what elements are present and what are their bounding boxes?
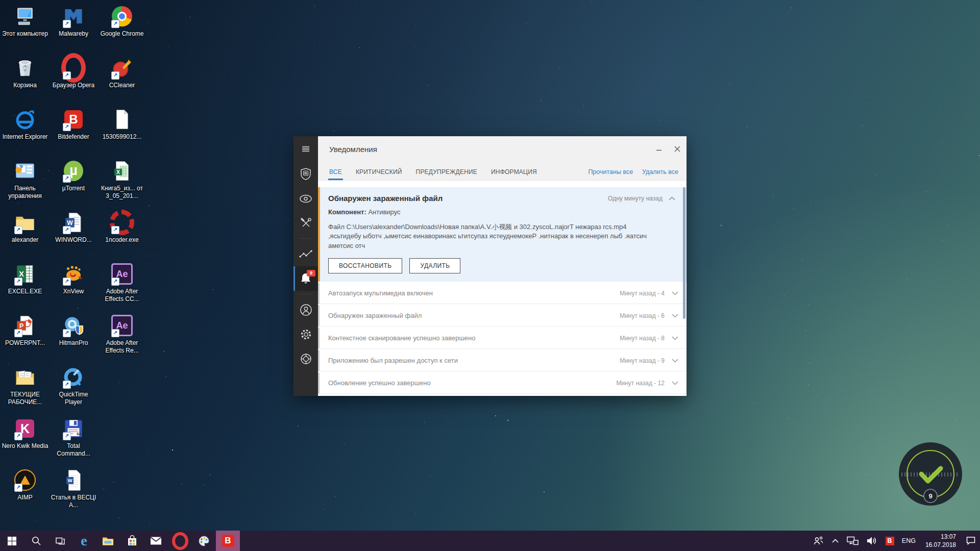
- desktop-icon-folder-docs[interactable]: ТЕКУЩИЕ РАБОЧИЕ...: [1, 365, 49, 406]
- desktop-icon-label: WINWORD...: [50, 236, 97, 244]
- window-titlebar[interactable]: Уведомления: [318, 136, 687, 162]
- notifications-list: Обнаружен зараженный файл Одну минуту на…: [318, 180, 687, 396]
- desktop-icon-ccleaner[interactable]: ↗CCleaner: [98, 56, 146, 89]
- sidebar-item-menu[interactable]: [293, 136, 318, 162]
- desktop-icon-gear-red[interactable]: ↗1ncoder.exe: [98, 210, 146, 244]
- start-button[interactable]: [0, 531, 24, 551]
- notification-expanded[interactable]: Обнаружен зараженный файл Одну минуту на…: [318, 187, 687, 282]
- desktop-icon-label: Статья в ВЕСЦІ А...: [50, 494, 97, 509]
- chevron-up-icon[interactable]: [669, 196, 675, 201]
- desktop-icon-aimp[interactable]: ↗AIMP: [1, 468, 49, 502]
- desktop-icon-label: POWERPNT...: [1, 339, 49, 347]
- taskbar-app-bitdefender[interactable]: B: [216, 531, 240, 551]
- bitdefender-widget[interactable]: 9: [897, 442, 964, 508]
- taskbar-app-mail[interactable]: [144, 531, 168, 551]
- notification-row[interactable]: Обнаружен зараженный файлМинут назад - 6: [318, 305, 687, 327]
- desktop-icon-totalcmd[interactable]: 64↗Total Command...: [50, 416, 97, 458]
- chevron-down-icon[interactable]: [672, 314, 678, 318]
- tools-icon: [300, 217, 312, 229]
- taskbar-app-search[interactable]: [24, 531, 48, 551]
- tab-критический[interactable]: КРИТИЧЕСКИЙ: [356, 168, 402, 180]
- desktop-icon-opera[interactable]: ↗Браузер Opera: [50, 56, 97, 89]
- tab-информация[interactable]: ИНФОРМАЦИЯ: [491, 168, 537, 180]
- taskbar-app-task-view[interactable]: [48, 531, 72, 551]
- sidebar-item-account[interactable]: [293, 297, 318, 322]
- delete-button[interactable]: УДАЛИТЬ: [409, 258, 460, 273]
- chevron-down-icon[interactable]: [672, 291, 678, 295]
- desktop-icon-after-effects[interactable]: Ae↗Adobe After Effects Re...: [98, 313, 146, 355]
- close-button[interactable]: [668, 136, 687, 162]
- action-center-button[interactable]: [966, 536, 976, 545]
- notification-row[interactable]: Контекстное сканирование успешно заверше…: [318, 328, 687, 349]
- sidebar-item-eye[interactable]: [293, 186, 318, 211]
- desktop-icon-label: Nero Kwik Media: [1, 442, 49, 450]
- desktop-icon-after-effects[interactable]: Ae↗Adobe After Effects CC...: [98, 262, 146, 303]
- minimize-button[interactable]: [650, 136, 668, 162]
- clock[interactable]: 13:07 16.07.2018: [925, 533, 956, 549]
- tray-bitdefender-tray[interactable]: B.: [886, 537, 894, 545]
- desktop-icon-ie[interactable]: Internet Explorer: [1, 107, 49, 141]
- desktop-icon-label: Корзина: [1, 82, 49, 89]
- sidebar-item-bell[interactable]: 9: [293, 266, 318, 291]
- scrollbar-thumb[interactable]: [683, 187, 685, 319]
- notification-row-time: Минут назад - 8: [620, 335, 665, 342]
- notification-row[interactable]: Автозапуск мультимедиа включенМинут наза…: [318, 283, 687, 304]
- desktop-icon-label: Total Command...: [50, 442, 97, 458]
- taskbar-app-paint[interactable]: [192, 531, 216, 551]
- desktop-icon-word[interactable]: W↗WINWORD...: [50, 210, 97, 244]
- desktop-icon-folder[interactable]: ↗alexander: [1, 210, 49, 244]
- sidebar-item-settings[interactable]: [293, 322, 318, 346]
- desktop-icon-nero[interactable]: K↗Nero Kwik Media: [1, 416, 49, 450]
- tab-все[interactable]: ВСЕ: [329, 168, 342, 180]
- notifications-count-badge: 9: [307, 270, 315, 277]
- mark-all-read-link[interactable]: Прочитаны все: [588, 168, 633, 176]
- restore-button[interactable]: ВОССТАНОВИТЬ: [328, 258, 402, 273]
- malwarebytes-icon: ↗: [61, 4, 86, 29]
- ie-icon: [13, 107, 37, 132]
- desktop-icon-chrome[interactable]: ↗Google Chrome: [98, 4, 146, 38]
- tray-chevron-up[interactable]: [831, 538, 839, 543]
- chevron-down-icon[interactable]: [672, 381, 678, 385]
- desktop-icon-xnview[interactable]: ↗XnView: [50, 262, 97, 295]
- tray-volume[interactable]: [866, 536, 878, 545]
- sidebar-item-support[interactable]: [293, 346, 318, 371]
- desktop-icon-excel[interactable]: X↗EXCEL.EXE: [1, 262, 49, 295]
- notification-row[interactable]: Приложению был разрешен доступ к сетиМин…: [318, 350, 687, 371]
- language-indicator[interactable]: ENG: [902, 537, 916, 544]
- chevron-down-icon[interactable]: [672, 336, 678, 340]
- notification-row[interactable]: Обновление успешно завершеноМинут назад …: [318, 372, 687, 394]
- desktop-icon-excel-file[interactable]: XКнига5_из... от 3_05_201...: [98, 159, 146, 200]
- sidebar-item-tools[interactable]: [293, 211, 318, 235]
- desktop-icon-computer[interactable]: Этот компьютер: [1, 4, 49, 38]
- desktop-icon-powerpoint[interactable]: P↗POWERPNT...: [1, 313, 49, 347]
- sidebar-item-activity[interactable]: [293, 242, 318, 266]
- desktop-icon-utorrent[interactable]: µ↗µTorrent: [50, 159, 97, 192]
- chevron-down-icon[interactable]: [672, 359, 678, 363]
- tray-network[interactable]: [847, 536, 859, 545]
- desktop-icon-word-file[interactable]: WСтатья в ВЕСЦІ А...: [50, 468, 97, 509]
- minimize-icon: [656, 146, 662, 152]
- notification-title: Обнаружен зараженный файл: [328, 194, 608, 203]
- desktop-icon-recycle-bin[interactable]: Корзина: [1, 56, 49, 89]
- desktop-icon-control-panel[interactable]: Панель управления: [1, 159, 49, 200]
- taskbar-app-edge[interactable]: e: [72, 531, 96, 551]
- taskbar-app-opera[interactable]: [168, 531, 192, 551]
- shortcut-arrow-icon: ↗: [63, 432, 71, 440]
- desktop-icon-file[interactable]: 1530599012...: [98, 107, 146, 141]
- delete-all-link[interactable]: Удалить все: [642, 168, 678, 176]
- taskbar-app-store[interactable]: [120, 531, 144, 551]
- taskbar-apps: eB: [0, 531, 240, 551]
- desktop-icon-bitdefender[interactable]: B↗Bitdefender: [50, 107, 97, 141]
- activity-icon: [299, 250, 312, 259]
- tabs-container: ВСЕКРИТИЧЕСКИЙПРЕДУПРЕЖДЕНИЕИНФОРМАЦИЯ: [329, 168, 551, 180]
- desktop-icon-hitmanpro[interactable]: ↗HitmanPro: [50, 313, 97, 347]
- desktop-icon-malwarebytes[interactable]: ↗Malwareby: [50, 4, 97, 38]
- shortcut-arrow-icon: ↗: [14, 226, 22, 234]
- desktop-icon-label: alexander: [1, 236, 49, 244]
- sidebar-item-shield-b[interactable]: B: [293, 162, 318, 186]
- tab-предупреждение[interactable]: ПРЕДУПРЕЖДЕНИЕ: [416, 168, 477, 180]
- desktop-icon-quicktime[interactable]: ↗QuickTime Player: [50, 365, 97, 406]
- taskbar-app-file-explorer[interactable]: [96, 531, 120, 551]
- clock-time: 13:07: [925, 533, 956, 541]
- tray-people[interactable]: [813, 536, 824, 546]
